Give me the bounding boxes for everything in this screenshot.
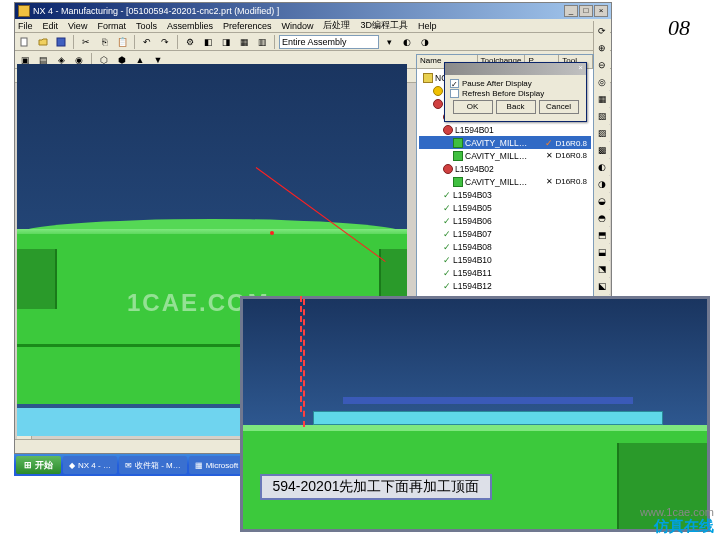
label-pause: Pause After Display (462, 79, 532, 88)
tree-row[interactable]: L1594B12 (419, 279, 591, 292)
tool-icon[interactable]: ◑ (594, 176, 610, 192)
tool-icon[interactable]: ⊖ (594, 57, 610, 73)
label-refresh: Refresh Before Display (462, 89, 544, 98)
x-icon (546, 177, 553, 186)
tool-icon[interactable]: ⬕ (594, 278, 610, 294)
watermark-cn: 仿真在线 (654, 517, 714, 536)
tree-row[interactable]: L1594B03 (419, 188, 591, 201)
tool-icon[interactable]: ⟳ (594, 23, 610, 39)
tree-row[interactable]: CAVITY_MILL… D16R0.8 (419, 149, 591, 162)
detail-toolpath (313, 411, 663, 425)
tool-icon[interactable]: ▧ (594, 108, 610, 124)
separator-icon (177, 35, 178, 49)
cut-icon[interactable]: ✂ (78, 34, 94, 50)
op-icon (453, 138, 463, 148)
separator-icon (274, 35, 275, 49)
x-icon (546, 151, 553, 160)
annotation-label: 594-20201先加工下面再加工顶面 (260, 474, 492, 500)
new-icon[interactable] (17, 34, 33, 50)
detail-edge (243, 425, 707, 431)
assembly-selector[interactable] (279, 35, 379, 49)
minimize-button[interactable]: _ (564, 5, 578, 17)
check-icon (443, 190, 451, 200)
menu-assemblies[interactable]: Assemblies (167, 21, 213, 31)
copy-icon[interactable]: ⎘ (96, 34, 112, 50)
tool-icon[interactable]: ⬒ (594, 227, 610, 243)
tool-icon[interactable]: ▦ (236, 34, 252, 50)
tree-row[interactable]: L1594B02 (419, 162, 591, 175)
tool-icon[interactable]: ⬔ (594, 261, 610, 277)
tool-icon[interactable]: ◑ (417, 34, 433, 50)
tree-row[interactable]: L1594B10 (419, 253, 591, 266)
cancel-button[interactable]: Cancel (539, 100, 579, 114)
menu-help[interactable]: Help (418, 21, 437, 31)
tool-icon[interactable]: ▩ (594, 142, 610, 158)
menu-format[interactable]: Format (97, 21, 126, 31)
task-item[interactable]: ✉收件箱 - M… (119, 456, 187, 474)
dialog-titlebar[interactable]: × (445, 63, 586, 75)
ok-button[interactable]: OK (453, 100, 493, 114)
tool-icon[interactable]: ◨ (218, 34, 234, 50)
save-icon[interactable] (53, 34, 69, 50)
titlebar: NX 4 - Manufacturing - [05100594-20201-c… (15, 3, 611, 19)
tool-icon[interactable]: ▨ (594, 125, 610, 141)
tool-icon[interactable]: ◓ (594, 210, 610, 226)
check-icon (545, 139, 553, 148)
separator-icon (134, 35, 135, 49)
menu-edit[interactable]: Edit (43, 21, 59, 31)
checkbox-refresh[interactable] (450, 89, 459, 98)
folder-icon (433, 86, 443, 96)
page-number: 08 (668, 15, 690, 41)
maximize-button[interactable]: □ (579, 5, 593, 17)
tool-icon[interactable]: ▥ (254, 34, 270, 50)
tree-row[interactable]: L1594B07 (419, 227, 591, 240)
close-icon[interactable]: × (578, 63, 583, 75)
menu-preferences[interactable]: Preferences (223, 21, 272, 31)
redo-icon[interactable]: ↷ (157, 34, 173, 50)
detail-toolpath (343, 397, 633, 404)
tree-row[interactable]: L1594B01 (419, 123, 591, 136)
tree-row[interactable]: L1594B05 (419, 201, 591, 214)
tool-icon[interactable]: ⬓ (594, 244, 610, 260)
menu-3d-tools[interactable]: 3D编程工具 (360, 19, 408, 32)
tool-icon[interactable]: ◐ (594, 159, 610, 175)
tool-icon[interactable]: ◎ (594, 74, 610, 90)
dropdown-icon[interactable]: ▾ (381, 34, 397, 50)
task-item[interactable]: ◆NX 4 - … (63, 456, 117, 474)
app-icon (18, 5, 30, 17)
checkbox-pause[interactable] (450, 79, 459, 88)
tree-row[interactable]: L1594B11 (419, 266, 591, 279)
tool-icon[interactable]: ⚙ (182, 34, 198, 50)
mail-icon: ✉ (125, 461, 132, 470)
menu-tools[interactable]: Tools (136, 21, 157, 31)
tool-icon[interactable]: ◧ (200, 34, 216, 50)
menu-file[interactable]: File (18, 21, 33, 31)
op-icon (443, 164, 453, 174)
tool-icon[interactable]: ◐ (399, 34, 415, 50)
tree-row[interactable]: CAVITY_MILL… D16R0.8 (419, 175, 591, 188)
title-text: NX 4 - Manufacturing - [05100594-20201-c… (33, 6, 279, 16)
tree-row[interactable]: L1594B08 (419, 240, 591, 253)
menu-post[interactable]: 后处理 (323, 19, 350, 32)
windows-icon: ⊞ (24, 460, 32, 470)
excel-icon: ▦ (195, 461, 203, 470)
separator-icon (73, 35, 74, 49)
op-icon (453, 151, 463, 161)
menubar: File Edit View Format Tools Assemblies P… (15, 19, 611, 33)
check-icon (443, 281, 451, 291)
tool-icon[interactable]: ▦ (594, 91, 610, 107)
detail-marker (303, 299, 305, 427)
start-button[interactable]: ⊞开始 (16, 456, 61, 474)
open-icon[interactable] (35, 34, 51, 50)
menu-window[interactable]: Window (281, 21, 313, 31)
tree-row[interactable]: L1594B06 (419, 214, 591, 227)
undo-icon[interactable]: ↶ (139, 34, 155, 50)
tool-icon[interactable]: ◒ (594, 193, 610, 209)
tree-row-selected[interactable]: CAVITY_MILL… D16R0.8 (419, 136, 591, 149)
menu-view[interactable]: View (68, 21, 87, 31)
close-button[interactable]: × (594, 5, 608, 17)
back-button[interactable]: Back (496, 100, 536, 114)
paste-icon[interactable]: 📋 (114, 34, 130, 50)
nx-icon: ◆ (69, 461, 75, 470)
tool-icon[interactable]: ⊕ (594, 40, 610, 56)
